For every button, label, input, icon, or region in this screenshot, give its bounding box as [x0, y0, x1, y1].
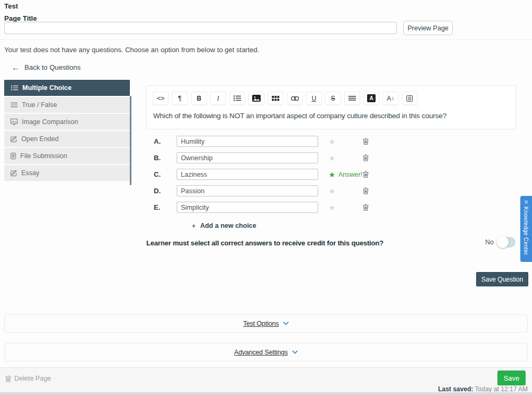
delete-page-button[interactable]: Delete Page [5, 375, 51, 382]
trash-icon[interactable] [363, 187, 369, 194]
align-button[interactable] [344, 92, 360, 105]
test-options-label: Test Options [243, 320, 279, 327]
question-type-sidebar: Multiple Choice True / False Image Compa… [4, 80, 130, 182]
choice-row: D. ★ [146, 183, 396, 199]
choice-input[interactable] [177, 136, 318, 147]
last-saved-status: Last saved: Today at 12:17 AM [438, 385, 528, 393]
bullet-list-icon [234, 95, 241, 101]
knowledge-center-tab[interactable]: ≡ Knowledge Center [520, 196, 532, 262]
sidebar-item-open-ended[interactable]: Open Ended [4, 131, 130, 147]
test-editor-page: Test Page Title Preview Page Your test d… [0, 0, 532, 395]
all-correct-question-label: Learner must select all correct answers … [146, 239, 384, 247]
choice-input[interactable] [177, 169, 318, 180]
advanced-settings-row[interactable]: Advanced Settings [4, 343, 528, 361]
back-to-questions-link[interactable]: ← Back to Questions [12, 63, 81, 71]
sidebar-item-label: Multiple Choice [22, 84, 71, 92]
insert-frame-button[interactable] [402, 92, 418, 105]
choice-input[interactable] [177, 152, 318, 163]
save-button[interactable]: Save [497, 371, 526, 385]
empty-test-notice: Your test does not have any questions. C… [4, 46, 259, 54]
strikethrough-icon: S [331, 95, 335, 102]
align-icon [348, 96, 356, 101]
sidebar-item-label: Essay [21, 169, 39, 177]
insert-table-button[interactable] [268, 92, 284, 105]
text-background-icon: A [367, 94, 376, 102]
window-bottom-strip [0, 392, 532, 395]
preview-page-button[interactable]: Preview Page [403, 21, 453, 35]
last-saved-value: Today at 12:17 AM [475, 385, 528, 393]
star-icon[interactable]: ★ [327, 204, 337, 211]
choice-letter: A. [146, 137, 177, 145]
choice-letter: C. [146, 170, 177, 178]
star-icon[interactable]: ★ [327, 171, 337, 178]
page-title-label: Page Title [4, 14, 37, 22]
link-icon [291, 96, 299, 101]
question-text[interactable]: Which of the following is NOT an importa… [147, 105, 516, 120]
sidebar-item-image-comparison[interactable]: Image Comparison [4, 114, 130, 130]
sidebar-item-file-submission[interactable]: File Submission [4, 148, 130, 164]
lines-icon [11, 102, 18, 108]
italic-button[interactable]: I [210, 92, 226, 105]
answer-label: Answer! [338, 171, 363, 178]
insert-image-button[interactable] [248, 92, 264, 105]
choice-input[interactable] [177, 185, 318, 196]
underline-button[interactable]: U [306, 92, 322, 105]
code-view-button[interactable]: <> [153, 92, 169, 105]
header-divider [0, 39, 532, 40]
toggle-knob [497, 236, 509, 248]
file-icon [11, 153, 16, 159]
footer-bar: Delete Page Save Last saved: Today at 12… [0, 367, 532, 392]
insert-link-button[interactable] [287, 92, 303, 105]
sidebar-item-label: File Submission [20, 152, 67, 160]
font-size-button[interactable]: A ↕ [383, 92, 398, 105]
choice-input[interactable] [177, 202, 318, 213]
choice-row: B. ★ [146, 150, 396, 166]
save-question-button[interactable]: Save Question [476, 272, 528, 286]
trash-icon[interactable] [363, 171, 369, 178]
underline-icon: U [312, 95, 317, 102]
add-choice-button[interactable]: + Add a new choice [192, 221, 256, 230]
trash-icon [5, 375, 11, 382]
updown-arrow-icon: ↕ [392, 95, 394, 101]
star-icon[interactable]: ★ [327, 154, 337, 162]
page-title-input[interactable] [4, 22, 397, 34]
choice-letter: D. [146, 187, 177, 195]
back-link-label: Back to Questions [24, 63, 81, 71]
choice-letter: B. [146, 154, 177, 162]
sidebar-item-label: Image Comparison [22, 118, 78, 126]
bold-button[interactable]: B [191, 92, 207, 105]
insert-frame-icon [406, 95, 413, 102]
bullet-list-button[interactable] [229, 92, 245, 105]
bullet-list-icon [11, 85, 18, 90]
star-icon[interactable]: ★ [327, 187, 337, 195]
trash-icon[interactable] [363, 138, 369, 145]
chevron-down-icon [292, 350, 298, 354]
text-background-button[interactable]: A [363, 92, 379, 105]
paragraph-format-button[interactable]: ¶ [172, 92, 188, 105]
test-options-row[interactable]: Test Options [4, 314, 528, 333]
strikethrough-button[interactable]: S [325, 92, 341, 105]
sidebar-item-true-false[interactable]: True / False [4, 97, 130, 113]
sidebar-item-essay[interactable]: Essay [4, 165, 130, 181]
sidebar-item-label: True / False [22, 101, 57, 109]
back-arrow-icon: ← [12, 63, 20, 71]
all-correct-toggle[interactable] [497, 237, 516, 248]
edit-icon [11, 170, 17, 176]
sidebar-item-multiple-choice[interactable]: Multiple Choice [4, 80, 130, 96]
answer-choices: A. ★ B. ★ C. ★ Answer! D. ★ [146, 133, 396, 216]
add-choice-label: Add a new choice [200, 222, 256, 229]
code-icon: <> [157, 95, 164, 102]
choice-letter: E. [146, 203, 177, 211]
bold-icon: B [197, 95, 202, 102]
knowledge-center-label: Knowledge Center [523, 207, 529, 255]
sidebar-scrollbar[interactable] [130, 96, 131, 185]
edit-icon [11, 136, 17, 142]
star-icon[interactable]: ★ [327, 138, 337, 145]
all-correct-toggle-group: No [485, 237, 516, 248]
trash-icon[interactable] [363, 204, 369, 211]
choice-row: C. ★ Answer! [146, 166, 396, 183]
trash-icon[interactable] [363, 154, 369, 161]
richtext-toolbar: <> ¶ B I U S [147, 86, 516, 105]
page-heading: Test [4, 2, 18, 10]
question-editor-panel: <> ¶ B I U S [146, 85, 516, 129]
